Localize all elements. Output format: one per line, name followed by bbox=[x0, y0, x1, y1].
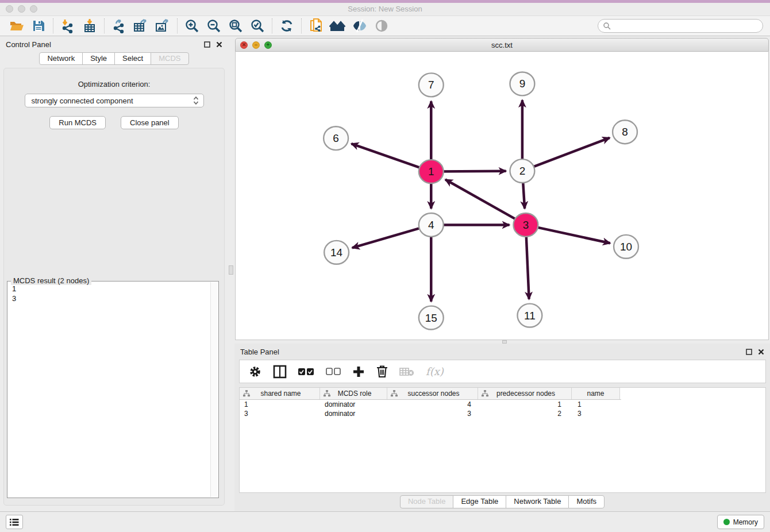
tab-network[interactable]: Network bbox=[39, 52, 83, 65]
toolbar-separator bbox=[177, 18, 178, 33]
graph-node-4[interactable]: 4 bbox=[419, 213, 444, 237]
show-all-icon[interactable] bbox=[371, 17, 392, 34]
clear-all-checkboxes-icon[interactable] bbox=[326, 368, 341, 375]
tab-network-table[interactable]: Network Table bbox=[506, 495, 569, 508]
window-titlebar: Session: New Session bbox=[0, 3, 770, 16]
cell-predecessor-nodes[interactable]: 1 bbox=[478, 400, 572, 408]
zoom-selected-icon[interactable] bbox=[247, 17, 268, 34]
cell-MCDS-role[interactable]: dominator bbox=[320, 410, 387, 418]
open-session-icon[interactable] bbox=[6, 17, 28, 34]
tab-motifs[interactable]: Motifs bbox=[568, 495, 605, 508]
edge-2-8[interactable] bbox=[522, 138, 610, 171]
cell-successor-nodes[interactable]: 3 bbox=[387, 410, 478, 418]
cell-name[interactable]: 1 bbox=[572, 400, 620, 408]
table-panel-tabs: Node TableEdge TableNetwork TableMotifs bbox=[234, 495, 770, 508]
network-close-button[interactable]: ✕ bbox=[240, 41, 248, 49]
export-network-icon[interactable] bbox=[108, 17, 130, 34]
float-panel-icon[interactable] bbox=[204, 41, 210, 48]
criterion-select-value: strongly connected component bbox=[32, 97, 193, 105]
zoom-fit-icon[interactable] bbox=[225, 17, 247, 34]
zoom-in-icon[interactable] bbox=[181, 17, 203, 34]
node-table[interactable]: shared nameMCDS rolesuccessor nodesprede… bbox=[239, 387, 766, 493]
svg-text:15: 15 bbox=[425, 312, 437, 324]
close-panel-button[interactable]: Close panel bbox=[121, 116, 179, 129]
zoom-out-icon[interactable] bbox=[203, 17, 225, 34]
fx-label: f(x) bbox=[426, 365, 444, 377]
show-columns-icon[interactable] bbox=[273, 365, 287, 379]
cell-shared-name[interactable]: 3 bbox=[240, 410, 320, 418]
task-history-button[interactable] bbox=[6, 515, 23, 529]
column-header-MCDS-role[interactable]: MCDS role bbox=[320, 388, 387, 399]
new-network-from-selection-icon[interactable] bbox=[305, 17, 327, 34]
memory-button[interactable]: Memory bbox=[717, 515, 764, 529]
delete-column-icon[interactable] bbox=[376, 365, 388, 378]
network-canvas[interactable]: 7968124314101511 bbox=[235, 52, 769, 340]
tab-edge-table[interactable]: Edge Table bbox=[453, 495, 506, 508]
select-all-checkboxes-icon[interactable] bbox=[298, 368, 314, 376]
network-view-window: ✕ − + scc.txt 7968124314101511 bbox=[235, 38, 769, 340]
graph-node-11[interactable]: 11 bbox=[517, 304, 542, 327]
vertical-splitter-grip[interactable] bbox=[229, 265, 233, 275]
graph-node-7[interactable]: 7 bbox=[419, 73, 444, 97]
graph-node-14[interactable]: 14 bbox=[324, 241, 349, 264]
result-scrollbar[interactable] bbox=[210, 282, 218, 497]
apply-layout-icon[interactable] bbox=[276, 17, 298, 34]
graph-node-9[interactable]: 9 bbox=[510, 72, 534, 95]
tab-style[interactable]: Style bbox=[82, 52, 115, 65]
table-options-icon[interactable] bbox=[249, 365, 261, 378]
graph-node-6[interactable]: 6 bbox=[324, 126, 348, 150]
cell-predecessor-nodes[interactable]: 2 bbox=[478, 410, 572, 418]
edge-3-1[interactable] bbox=[445, 180, 526, 225]
import-table-icon[interactable] bbox=[79, 17, 101, 34]
control-panel-tabs: NetworkStyleSelectMCDS bbox=[0, 52, 228, 65]
column-header-predecessor-nodes[interactable]: predecessor nodes bbox=[478, 388, 572, 399]
function-builder-icon[interactable]: f(x) bbox=[426, 365, 444, 377]
window-title: Session: New Session bbox=[0, 5, 770, 13]
tab-select[interactable]: Select bbox=[114, 52, 151, 65]
cell-name[interactable]: 3 bbox=[572, 410, 620, 418]
run-mcds-button[interactable]: Run MCDS bbox=[49, 116, 106, 129]
cell-successor-nodes[interactable]: 4 bbox=[387, 400, 478, 408]
import-network-icon[interactable] bbox=[57, 17, 79, 34]
float-table-panel-icon[interactable] bbox=[746, 349, 752, 355]
graph-node-15[interactable]: 15 bbox=[419, 306, 444, 330]
delete-table-icon[interactable] bbox=[399, 367, 414, 377]
table-panel-header: Table Panel bbox=[234, 344, 770, 360]
graph-node-10[interactable]: 10 bbox=[614, 235, 638, 259]
svg-text:6: 6 bbox=[333, 132, 339, 144]
add-column-icon[interactable] bbox=[352, 365, 365, 378]
criterion-select[interactable]: strongly connected component bbox=[25, 94, 204, 107]
column-header-shared-name[interactable]: shared name bbox=[240, 388, 320, 399]
save-session-icon[interactable] bbox=[28, 17, 49, 34]
toolbar-separator bbox=[301, 18, 302, 33]
table-panel: Table Panel bbox=[234, 344, 770, 511]
first-neighbors-icon[interactable] bbox=[327, 17, 349, 34]
svg-text:4: 4 bbox=[428, 219, 434, 231]
svg-text:7: 7 bbox=[428, 79, 434, 91]
cell-MCDS-role[interactable]: dominator bbox=[320, 400, 387, 408]
export-table-icon[interactable] bbox=[130, 17, 152, 34]
table-row[interactable]: 1dominator411 bbox=[240, 400, 765, 409]
column-header-successor-nodes[interactable]: successor nodes bbox=[387, 388, 478, 399]
graph-node-1[interactable]: 1 bbox=[419, 160, 444, 183]
tab-mcds[interactable]: MCDS bbox=[151, 52, 188, 65]
network-window-titlebar[interactable]: ✕ − + scc.txt bbox=[235, 38, 769, 52]
export-image-icon[interactable] bbox=[152, 17, 174, 34]
tab-node-table[interactable]: Node Table bbox=[400, 495, 454, 508]
graph-node-8[interactable]: 8 bbox=[613, 120, 637, 144]
cell-shared-name[interactable]: 1 bbox=[240, 400, 320, 408]
control-panel-title: Control Panel bbox=[6, 40, 51, 49]
close-panel-icon[interactable] bbox=[216, 41, 222, 48]
network-window-controls: ✕ − + bbox=[240, 41, 272, 49]
search-input[interactable] bbox=[611, 21, 763, 31]
hide-selection-icon[interactable] bbox=[349, 17, 371, 34]
graph-node-2[interactable]: 2 bbox=[510, 159, 534, 183]
close-table-panel-icon[interactable] bbox=[758, 349, 764, 355]
network-minimize-button[interactable]: − bbox=[252, 41, 260, 49]
graph-node-3[interactable]: 3 bbox=[513, 213, 538, 237]
table-row[interactable]: 3dominator323 bbox=[240, 409, 765, 418]
main-toolbar bbox=[0, 16, 770, 36]
svg-text:1: 1 bbox=[428, 165, 434, 178]
column-header-name[interactable]: name bbox=[572, 388, 620, 399]
network-maximize-button[interactable]: + bbox=[264, 41, 272, 49]
